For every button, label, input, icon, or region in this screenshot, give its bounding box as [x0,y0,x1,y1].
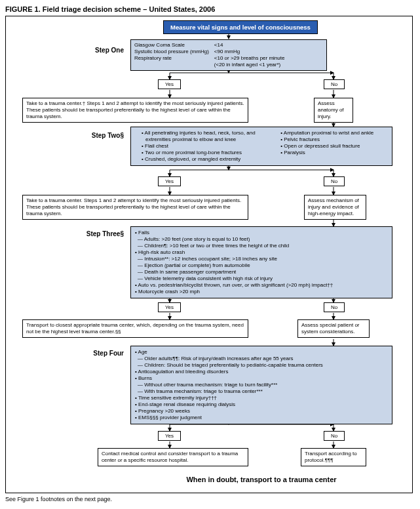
no-2: No [324,176,345,186]
header-box: Measure vital signs and level of conscio… [163,20,318,34]
no-1: No [324,79,345,89]
transport-box: Transport according to protocol.¶¶¶ [301,448,366,466]
step-two-box: All penetrating injuries to head, neck, … [130,127,392,166]
take-2: Take to a trauma center. Steps 1 and 2 a… [22,195,248,220]
figure-title: FIGURE 1. Field triage decision scheme –… [5,5,415,13]
yes-1: Yes [158,79,181,89]
take-3: Transport to closest appropriate trauma … [22,319,248,338]
bottom-note: When in doubt, transport to a trauma cen… [130,476,392,483]
no-3: No [324,302,345,312]
assess-1: Assess anatomy of injury. [314,98,353,123]
footnote: See Figure 1 footnotes on the next page. [5,496,415,502]
step-three-label: Step Three§ [71,230,124,237]
step-one-box: Glasgow Coma Scale<14Systolic blood pres… [130,39,327,71]
step-four-box: • AgeOlder adults¶¶: Risk of injury/deat… [130,346,392,424]
yes-4: Yes [158,431,181,441]
step-three-box: • FallsAdults: >20 feet (one story is eq… [130,226,392,298]
take-1: Take to a trauma center.† Steps 1 and 2 … [22,98,248,123]
contact-box: Contact medical control and consider tra… [98,448,248,466]
diagram-frame: Measure vital signs and level of conscio… [5,16,413,493]
step-four-label: Step Four [79,350,124,357]
step-one-label: Step One [85,47,124,54]
yes-3: Yes [158,302,181,312]
assess-3: Assess special patient or system conside… [297,319,370,338]
step-two-label: Step Two§ [79,132,124,139]
assess-2: Assess mechanism of injury and evidence … [304,195,366,220]
yes-2: Yes [158,176,181,186]
no-4: No [324,431,345,441]
